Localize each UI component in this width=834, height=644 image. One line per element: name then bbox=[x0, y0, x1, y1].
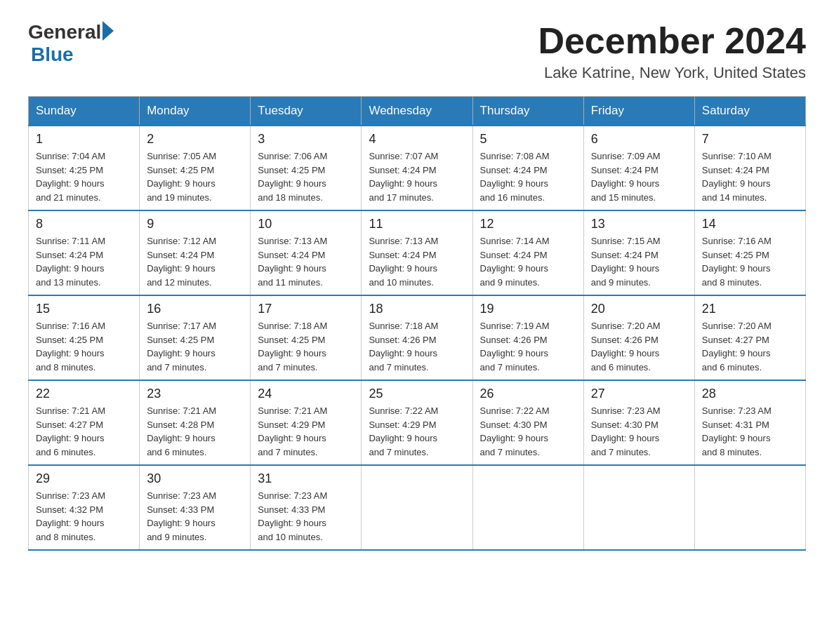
col-wednesday: Wednesday bbox=[362, 97, 472, 126]
col-thursday: Thursday bbox=[472, 97, 583, 126]
day-info: Sunrise: 7:23 AM Sunset: 4:33 PM Dayligh… bbox=[147, 489, 243, 544]
calendar-cell: 19 Sunrise: 7:19 AM Sunset: 4:26 PM Dayl… bbox=[472, 295, 583, 380]
day-info: Sunrise: 7:18 AM Sunset: 4:25 PM Dayligh… bbox=[258, 319, 354, 374]
logo-text-general: General bbox=[28, 21, 101, 43]
day-info: Sunrise: 7:23 AM Sunset: 4:30 PM Dayligh… bbox=[591, 404, 687, 459]
calendar-table: Sunday Monday Tuesday Wednesday Thursday… bbox=[28, 96, 806, 551]
calendar-cell: 4 Sunrise: 7:07 AM Sunset: 4:24 PM Dayli… bbox=[362, 126, 472, 210]
day-info: Sunrise: 7:23 AM Sunset: 4:33 PM Dayligh… bbox=[258, 489, 354, 544]
calendar-cell: 1 Sunrise: 7:04 AM Sunset: 4:25 PM Dayli… bbox=[29, 126, 140, 210]
day-info: Sunrise: 7:23 AM Sunset: 4:32 PM Dayligh… bbox=[36, 489, 132, 544]
title-block: December 2024 Lake Katrine, New York, Un… bbox=[538, 21, 806, 82]
col-tuesday: Tuesday bbox=[251, 97, 362, 126]
day-number: 20 bbox=[591, 302, 687, 316]
day-number: 30 bbox=[147, 471, 243, 486]
day-number: 7 bbox=[702, 132, 798, 147]
day-number: 31 bbox=[258, 471, 354, 486]
day-number: 27 bbox=[591, 387, 687, 401]
header-row: Sunday Monday Tuesday Wednesday Thursday… bbox=[29, 97, 806, 126]
day-info: Sunrise: 7:20 AM Sunset: 4:27 PM Dayligh… bbox=[702, 319, 798, 374]
day-info: Sunrise: 7:07 AM Sunset: 4:24 PM Dayligh… bbox=[369, 149, 465, 204]
day-info: Sunrise: 7:04 AM Sunset: 4:25 PM Dayligh… bbox=[36, 149, 132, 204]
calendar-cell: 2 Sunrise: 7:05 AM Sunset: 4:25 PM Dayli… bbox=[140, 126, 251, 210]
day-info: Sunrise: 7:22 AM Sunset: 4:30 PM Dayligh… bbox=[480, 404, 576, 459]
calendar-cell: 27 Sunrise: 7:23 AM Sunset: 4:30 PM Dayl… bbox=[583, 380, 694, 465]
day-number: 25 bbox=[369, 387, 465, 401]
day-number: 9 bbox=[147, 217, 243, 232]
calendar-cell: 13 Sunrise: 7:15 AM Sunset: 4:24 PM Dayl… bbox=[583, 210, 694, 295]
day-info: Sunrise: 7:21 AM Sunset: 4:29 PM Dayligh… bbox=[258, 404, 354, 459]
col-monday: Monday bbox=[140, 97, 251, 126]
day-number: 11 bbox=[369, 217, 465, 232]
calendar-cell: 18 Sunrise: 7:18 AM Sunset: 4:26 PM Dayl… bbox=[362, 295, 472, 380]
day-info: Sunrise: 7:16 AM Sunset: 4:25 PM Dayligh… bbox=[36, 319, 132, 374]
day-info: Sunrise: 7:17 AM Sunset: 4:25 PM Dayligh… bbox=[147, 319, 243, 374]
calendar-cell: 29 Sunrise: 7:23 AM Sunset: 4:32 PM Dayl… bbox=[29, 465, 140, 550]
day-info: Sunrise: 7:08 AM Sunset: 4:24 PM Dayligh… bbox=[480, 149, 576, 204]
day-number: 12 bbox=[480, 217, 576, 232]
calendar-cell: 8 Sunrise: 7:11 AM Sunset: 4:24 PM Dayli… bbox=[29, 210, 140, 295]
day-info: Sunrise: 7:13 AM Sunset: 4:24 PM Dayligh… bbox=[369, 234, 465, 289]
calendar-cell: 25 Sunrise: 7:22 AM Sunset: 4:29 PM Dayl… bbox=[362, 380, 472, 465]
calendar-cell bbox=[583, 465, 694, 550]
calendar-cell: 11 Sunrise: 7:13 AM Sunset: 4:24 PM Dayl… bbox=[362, 210, 472, 295]
calendar-cell: 5 Sunrise: 7:08 AM Sunset: 4:24 PM Dayli… bbox=[472, 126, 583, 210]
calendar-cell: 9 Sunrise: 7:12 AM Sunset: 4:24 PM Dayli… bbox=[140, 210, 251, 295]
col-friday: Friday bbox=[583, 97, 694, 126]
day-info: Sunrise: 7:19 AM Sunset: 4:26 PM Dayligh… bbox=[480, 319, 576, 374]
day-number: 14 bbox=[702, 217, 798, 232]
day-number: 22 bbox=[36, 387, 132, 401]
day-number: 19 bbox=[480, 302, 576, 316]
day-number: 17 bbox=[258, 302, 354, 316]
calendar-week-4: 22 Sunrise: 7:21 AM Sunset: 4:27 PM Dayl… bbox=[29, 380, 806, 465]
day-info: Sunrise: 7:09 AM Sunset: 4:24 PM Dayligh… bbox=[591, 149, 687, 204]
calendar-week-5: 29 Sunrise: 7:23 AM Sunset: 4:32 PM Dayl… bbox=[29, 465, 806, 550]
calendar-cell: 22 Sunrise: 7:21 AM Sunset: 4:27 PM Dayl… bbox=[29, 380, 140, 465]
calendar-cell: 28 Sunrise: 7:23 AM Sunset: 4:31 PM Dayl… bbox=[694, 380, 805, 465]
day-info: Sunrise: 7:21 AM Sunset: 4:28 PM Dayligh… bbox=[147, 404, 243, 459]
day-number: 15 bbox=[36, 302, 132, 316]
page-header: General Blue December 2024 Lake Katrine,… bbox=[28, 21, 806, 82]
calendar-cell: 7 Sunrise: 7:10 AM Sunset: 4:24 PM Dayli… bbox=[694, 126, 805, 210]
calendar-cell: 20 Sunrise: 7:20 AM Sunset: 4:26 PM Dayl… bbox=[583, 295, 694, 380]
day-info: Sunrise: 7:10 AM Sunset: 4:24 PM Dayligh… bbox=[702, 149, 798, 204]
logo-row2: Blue bbox=[28, 43, 114, 66]
day-info: Sunrise: 7:11 AM Sunset: 4:24 PM Dayligh… bbox=[36, 234, 132, 289]
day-info: Sunrise: 7:23 AM Sunset: 4:31 PM Dayligh… bbox=[702, 404, 798, 459]
col-sunday: Sunday bbox=[29, 97, 140, 126]
day-number: 2 bbox=[147, 132, 243, 147]
calendar-cell: 23 Sunrise: 7:21 AM Sunset: 4:28 PM Dayl… bbox=[140, 380, 251, 465]
day-info: Sunrise: 7:12 AM Sunset: 4:24 PM Dayligh… bbox=[147, 234, 243, 289]
day-info: Sunrise: 7:16 AM Sunset: 4:25 PM Dayligh… bbox=[702, 234, 798, 289]
day-number: 3 bbox=[258, 132, 354, 147]
calendar-cell: 24 Sunrise: 7:21 AM Sunset: 4:29 PM Dayl… bbox=[251, 380, 362, 465]
day-info: Sunrise: 7:14 AM Sunset: 4:24 PM Dayligh… bbox=[480, 234, 576, 289]
calendar-cell: 15 Sunrise: 7:16 AM Sunset: 4:25 PM Dayl… bbox=[29, 295, 140, 380]
calendar-cell: 6 Sunrise: 7:09 AM Sunset: 4:24 PM Dayli… bbox=[583, 126, 694, 210]
col-saturday: Saturday bbox=[694, 97, 805, 126]
day-info: Sunrise: 7:13 AM Sunset: 4:24 PM Dayligh… bbox=[258, 234, 354, 289]
day-number: 29 bbox=[36, 471, 132, 486]
calendar-cell: 12 Sunrise: 7:14 AM Sunset: 4:24 PM Dayl… bbox=[472, 210, 583, 295]
calendar-cell: 31 Sunrise: 7:23 AM Sunset: 4:33 PM Dayl… bbox=[251, 465, 362, 550]
calendar-cell: 30 Sunrise: 7:23 AM Sunset: 4:33 PM Dayl… bbox=[140, 465, 251, 550]
day-number: 24 bbox=[258, 387, 354, 401]
calendar-cell: 14 Sunrise: 7:16 AM Sunset: 4:25 PM Dayl… bbox=[694, 210, 805, 295]
day-number: 18 bbox=[369, 302, 465, 316]
calendar-cell bbox=[362, 465, 472, 550]
day-info: Sunrise: 7:21 AM Sunset: 4:27 PM Dayligh… bbox=[36, 404, 132, 459]
day-info: Sunrise: 7:05 AM Sunset: 4:25 PM Dayligh… bbox=[147, 149, 243, 204]
day-number: 1 bbox=[36, 132, 132, 147]
logo-row1: General bbox=[28, 21, 114, 43]
day-number: 5 bbox=[480, 132, 576, 147]
calendar-cell: 16 Sunrise: 7:17 AM Sunset: 4:25 PM Dayl… bbox=[140, 295, 251, 380]
day-info: Sunrise: 7:06 AM Sunset: 4:25 PM Dayligh… bbox=[258, 149, 354, 204]
month-title: December 2024 bbox=[538, 21, 806, 61]
day-number: 4 bbox=[369, 132, 465, 147]
calendar-cell: 10 Sunrise: 7:13 AM Sunset: 4:24 PM Dayl… bbox=[251, 210, 362, 295]
day-number: 21 bbox=[702, 302, 798, 316]
day-number: 13 bbox=[591, 217, 687, 232]
calendar-week-3: 15 Sunrise: 7:16 AM Sunset: 4:25 PM Dayl… bbox=[29, 295, 806, 380]
day-info: Sunrise: 7:20 AM Sunset: 4:26 PM Dayligh… bbox=[591, 319, 687, 374]
day-number: 16 bbox=[147, 302, 243, 316]
